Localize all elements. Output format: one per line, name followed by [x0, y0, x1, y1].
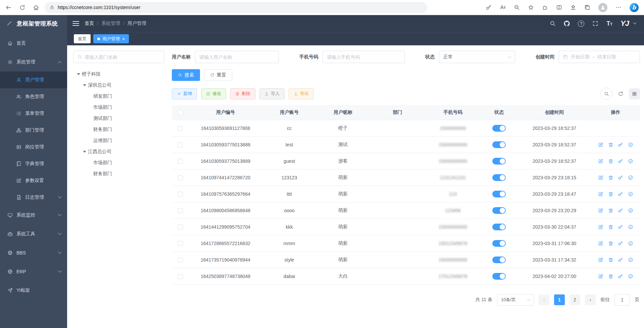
page-2-button[interactable]: 2: [569, 294, 580, 305]
github-icon[interactable]: [564, 20, 570, 27]
tree-node[interactable]: 运维部门: [73, 135, 164, 146]
favorites-icon[interactable]: [528, 4, 534, 10]
row-checkbox[interactable]: [178, 274, 183, 279]
sidebar-item-erp[interactable]: ERP: [0, 262, 67, 281]
row-edit-icon[interactable]: [598, 158, 603, 164]
row-edit-icon[interactable]: [598, 257, 603, 263]
row-delete-icon[interactable]: [608, 175, 613, 180]
tree-node[interactable]: 财务部门: [73, 124, 164, 135]
row-checkbox[interactable]: [178, 225, 183, 230]
row-checkbox[interactable]: [178, 175, 183, 180]
row-reset-password-icon[interactable]: [618, 191, 623, 197]
sidebar-item-yi-framework[interactable]: Yi框架: [0, 281, 67, 300]
row-edit-icon[interactable]: [598, 175, 603, 180]
prev-page-button[interactable]: ‹: [539, 294, 549, 305]
bing-icon[interactable]: b: [630, 3, 639, 12]
extensions-icon[interactable]: [542, 4, 548, 10]
row-edit-icon[interactable]: [598, 142, 603, 147]
more-options-icon[interactable]: [615, 4, 622, 10]
tab-close-icon[interactable]: ×: [122, 37, 125, 41]
row-checkbox[interactable]: [178, 126, 183, 131]
row-edit-icon[interactable]: [598, 208, 603, 213]
sidebar-item-monitoring[interactable]: 系统监控: [0, 206, 67, 225]
row-assign-role-icon[interactable]: [628, 158, 633, 164]
tab-home[interactable]: 首页: [74, 34, 91, 43]
sidebar-item-departments[interactable]: 部门管理: [0, 122, 67, 139]
sidebar-item-system[interactable]: 系统管理: [0, 53, 67, 72]
status-toggle[interactable]: [492, 125, 506, 132]
sidebar-item-tools[interactable]: 系统工具: [0, 225, 67, 243]
status-toggle[interactable]: [492, 141, 506, 148]
tree-node[interactable]: 研发部门: [73, 91, 164, 102]
row-assign-role-icon[interactable]: [628, 142, 633, 147]
row-delete-icon[interactable]: [608, 224, 613, 230]
row-edit-icon[interactable]: [598, 241, 603, 246]
row-checkbox[interactable]: [178, 241, 183, 246]
favorites-bar-icon[interactable]: [570, 4, 576, 10]
sidebar-item-menus[interactable]: 菜单管理: [0, 105, 67, 122]
sidebar-item-bbs[interactable]: BBS: [0, 243, 67, 262]
reset-button[interactable]: 重置: [204, 69, 232, 81]
sidebar-item-users[interactable]: 用户管理: [0, 72, 67, 88]
caret-down-icon[interactable]: [75, 73, 82, 75]
caret-down-icon[interactable]: [81, 151, 88, 153]
row-reset-password-icon[interactable]: [618, 175, 623, 180]
row-checkbox[interactable]: [178, 142, 183, 147]
sidebar-item-roles[interactable]: 角色管理: [0, 88, 67, 105]
row-delete-icon[interactable]: [608, 158, 613, 164]
tree-node[interactable]: 深圳总公司: [73, 80, 164, 91]
fullscreen-icon[interactable]: [592, 20, 598, 27]
row-checkbox[interactable]: [178, 159, 183, 164]
row-delete-icon[interactable]: [608, 257, 613, 263]
row-assign-role-icon[interactable]: [628, 274, 633, 279]
sidebar-item-logs[interactable]: 日志管理: [0, 189, 67, 206]
sidebar-item-home[interactable]: 首页: [0, 34, 67, 53]
refresh-icon[interactable]: [19, 4, 26, 11]
delete-button[interactable]: 删除: [230, 88, 255, 99]
select-all-checkbox[interactable]: [178, 110, 183, 115]
back-icon[interactable]: [5, 4, 12, 11]
column-settings-button[interactable]: [629, 88, 640, 99]
row-assign-role-icon[interactable]: [628, 208, 633, 213]
row-reset-password-icon[interactable]: [618, 142, 623, 147]
status-toggle[interactable]: [492, 273, 506, 280]
row-assign-role-icon[interactable]: [628, 175, 633, 180]
row-checkbox[interactable]: [178, 208, 183, 213]
tree-node[interactable]: 市场部门: [73, 102, 164, 113]
row-edit-icon[interactable]: [598, 191, 603, 197]
status-toggle[interactable]: [492, 174, 506, 181]
row-delete-icon[interactable]: [608, 208, 613, 213]
export-button[interactable]: 导出: [289, 88, 314, 99]
sidebar-item-parameters[interactable]: 参数设置: [0, 172, 67, 189]
row-reset-password-icon[interactable]: [618, 274, 623, 279]
edit-button[interactable]: 修改: [201, 88, 226, 99]
sidebar-collapse-icon[interactable]: [72, 21, 79, 26]
breadcrumb-home[interactable]: 首页: [85, 20, 94, 27]
zoom-out-icon[interactable]: [514, 4, 520, 10]
tree-node[interactable]: 橙子科技: [73, 68, 164, 80]
row-delete-icon[interactable]: [608, 241, 613, 246]
row-assign-role-icon[interactable]: [628, 224, 633, 230]
sidebar-item-dictionary[interactable]: 字典管理: [0, 155, 67, 172]
address-bar[interactable]: https://ccnetcore.com:1101/system/user: [45, 2, 427, 13]
tree-node[interactable]: 测试部门: [73, 113, 164, 124]
collections-icon[interactable]: [584, 4, 590, 10]
next-page-button[interactable]: ›: [585, 294, 596, 305]
row-delete-icon[interactable]: [608, 142, 613, 147]
caret-down-icon[interactable]: [81, 84, 88, 86]
status-toggle[interactable]: [492, 158, 506, 165]
status-toggle[interactable]: [492, 207, 506, 214]
row-reset-password-icon[interactable]: [618, 208, 623, 213]
status-select[interactable]: 正常: [439, 51, 515, 63]
add-button[interactable]: 新增: [172, 88, 197, 99]
goto-page-input[interactable]: [614, 294, 630, 306]
breadcrumb-system[interactable]: 系统管理: [101, 20, 120, 27]
table-search-toggle[interactable]: [600, 88, 612, 100]
font-size-icon[interactable]: TT: [606, 20, 612, 27]
row-delete-icon[interactable]: [608, 274, 613, 279]
key-icon[interactable]: [486, 4, 492, 10]
tree-node[interactable]: 财务部门: [73, 168, 164, 179]
page-1-button[interactable]: 1: [554, 294, 565, 305]
row-reset-password-icon[interactable]: [618, 257, 623, 263]
tree-node[interactable]: 市场部门: [73, 157, 164, 168]
